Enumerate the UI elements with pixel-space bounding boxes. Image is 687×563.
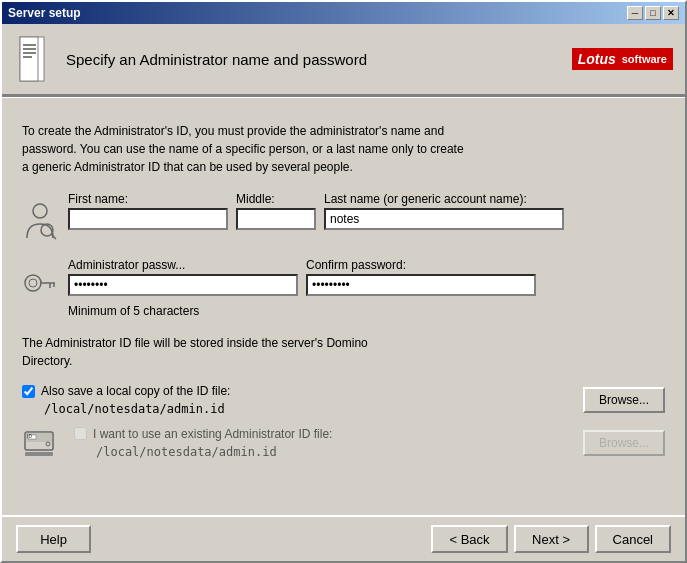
existing-path: /local/notesdata/admin.id	[96, 445, 575, 459]
name-fields-section: First name: Middle: Last name (or generi…	[22, 192, 665, 242]
svg-line-8	[52, 235, 57, 240]
svg-rect-1	[20, 37, 38, 81]
last-name-label: Last name (or generic account name):	[324, 192, 564, 206]
help-button[interactable]: Help	[16, 525, 91, 553]
browse-button-1[interactable]: Browse...	[583, 387, 665, 413]
svg-point-17	[46, 442, 50, 446]
next-button[interactable]: Next >	[514, 525, 589, 553]
header-title: Specify an Administrator name and passwo…	[66, 51, 367, 68]
name-field-row: First name: Middle: Last name (or generi…	[68, 192, 665, 230]
password-form-fields: Administrator passw... Confirm password:…	[68, 258, 665, 318]
key-icon	[22, 268, 58, 298]
existing-checkbox-row: I want to use an existing Administrator …	[74, 427, 575, 441]
svg-point-9	[25, 275, 41, 291]
admin-document-icon	[14, 34, 54, 84]
svg-rect-18	[25, 452, 53, 456]
first-name-input[interactable]	[68, 208, 228, 230]
confirm-password-group: Confirm password:	[306, 258, 536, 296]
middle-name-group: Middle:	[236, 192, 316, 230]
svg-point-10	[29, 279, 37, 287]
window-controls: ─ □ ✕	[627, 6, 679, 20]
bottom-bar: Help < Back Next > Cancel	[2, 515, 685, 561]
header-bar: Specify an Administrator name and passwo…	[2, 24, 685, 96]
svg-text:ID: ID	[27, 433, 32, 439]
password-field-row: Administrator passw... Confirm password:	[68, 258, 665, 296]
confirm-password-input[interactable]	[306, 274, 536, 296]
header-left: Specify an Administrator name and passwo…	[14, 34, 367, 84]
back-button[interactable]: < Back	[431, 525, 507, 553]
info-text: The Administrator ID file will be stored…	[22, 334, 665, 370]
save-checkbox-row: Also save a local copy of the ID file:	[22, 384, 230, 398]
middle-name-input[interactable]	[236, 208, 316, 230]
existing-left: I want to use an existing Administrator …	[74, 427, 575, 459]
save-local-checkbox[interactable]	[22, 385, 35, 398]
drive-icon: ID	[22, 424, 58, 461]
svg-point-6	[33, 204, 47, 218]
middle-label: Middle:	[236, 192, 316, 206]
minimize-button[interactable]: ─	[627, 6, 643, 20]
server-setup-window: Server setup ─ □ ✕ Specify an Administra…	[0, 0, 687, 563]
confirm-password-label: Confirm password:	[306, 258, 536, 272]
save-section: Also save a local copy of the ID file: /…	[22, 384, 665, 416]
maximize-button[interactable]: □	[645, 6, 661, 20]
cancel-button[interactable]: Cancel	[595, 525, 671, 553]
nav-buttons: < Back Next > Cancel	[431, 525, 671, 553]
existing-id-label: I want to use an existing Administrator …	[93, 427, 332, 441]
lotus-label: Lotus	[578, 51, 616, 67]
person-icon	[22, 202, 58, 242]
admin-password-label: Administrator passw...	[68, 258, 298, 272]
browse-button-2[interactable]: Browse...	[583, 430, 665, 456]
admin-password-input[interactable]	[68, 274, 298, 296]
window-title: Server setup	[8, 6, 81, 20]
software-label: software	[622, 53, 667, 65]
save-left: Also save a local copy of the ID file: /…	[22, 384, 230, 416]
last-name-input[interactable]	[324, 208, 564, 230]
close-button[interactable]: ✕	[663, 6, 679, 20]
first-name-group: First name:	[68, 192, 228, 230]
admin-password-group: Administrator passw...	[68, 258, 298, 296]
name-form-fields: First name: Middle: Last name (or generi…	[68, 192, 665, 230]
lotus-logo: Lotus software	[572, 48, 673, 70]
title-bar: Server setup ─ □ ✕	[2, 2, 685, 24]
last-name-group: Last name (or generic account name):	[324, 192, 564, 230]
content-area: To create the Administrator's ID, you mu…	[2, 108, 685, 515]
save-local-label: Also save a local copy of the ID file:	[41, 384, 230, 398]
description-text: To create the Administrator's ID, you mu…	[22, 122, 665, 176]
existing-id-checkbox[interactable]	[74, 427, 87, 440]
password-fields-section: Administrator passw... Confirm password:…	[22, 258, 665, 318]
local-path: /local/notesdata/admin.id	[44, 402, 230, 416]
min-chars-text: Minimum of 5 characters	[68, 304, 665, 318]
existing-id-section: ID I want to use an existing Administrat…	[22, 424, 665, 461]
first-name-label: First name:	[68, 192, 228, 206]
